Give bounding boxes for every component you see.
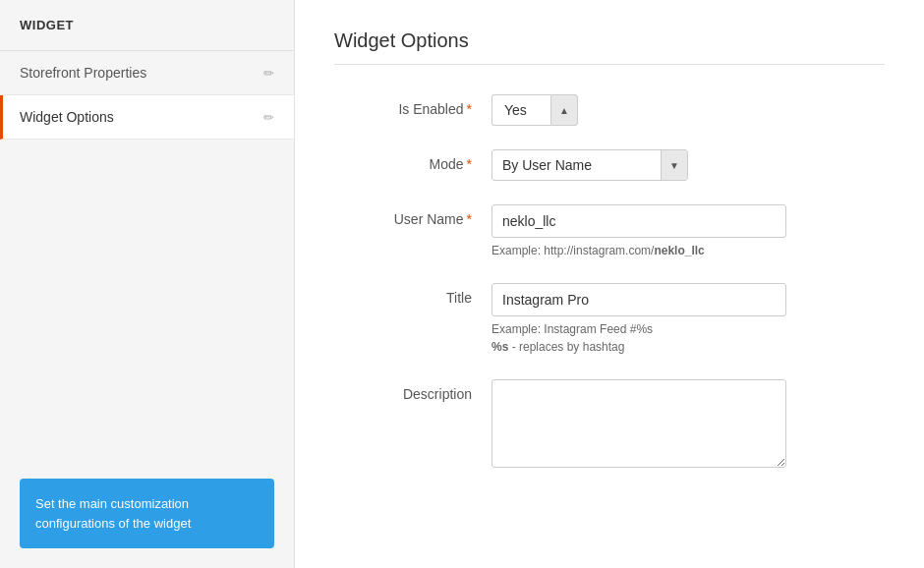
is-enabled-select-inline: Yes ▲ bbox=[491, 94, 885, 126]
sidebar-item-widget-options[interactable]: Widget Options ✏ bbox=[0, 95, 294, 140]
sidebar-item-label: Storefront Properties bbox=[20, 65, 146, 81]
description-label: Description bbox=[334, 379, 491, 402]
edit-icon[interactable]: ✏ bbox=[263, 66, 274, 81]
required-star: * bbox=[467, 156, 472, 172]
arrow-down-icon: ▼ bbox=[669, 160, 679, 171]
mode-select-wrapper: By User Name By Hashtag By Tag ▼ bbox=[491, 149, 688, 181]
is-enabled-row: Is Enabled* Yes ▲ bbox=[334, 94, 885, 126]
is-enabled-label: Is Enabled* bbox=[334, 94, 491, 117]
edit-icon[interactable]: ✏ bbox=[263, 110, 274, 125]
user-name-input[interactable] bbox=[491, 204, 786, 238]
sidebar-item-storefront-properties[interactable]: Storefront Properties ✏ bbox=[0, 51, 294, 95]
sidebar-info-box: Set the main customization configuration… bbox=[20, 479, 274, 548]
mode-dropdown-arrow[interactable]: ▼ bbox=[661, 150, 687, 180]
main-content: Widget Options Is Enabled* Yes ▲ Mode* B… bbox=[295, 0, 924, 568]
required-star: * bbox=[467, 211, 472, 227]
mode-label: Mode* bbox=[334, 149, 491, 172]
page-title: Widget Options bbox=[334, 29, 885, 52]
user-name-control: Example: http://instagram.com/neklo_llc bbox=[491, 204, 885, 259]
user-name-label: User Name* bbox=[334, 204, 491, 227]
sidebar-header: WIDGET bbox=[0, 0, 294, 51]
mode-row: Mode* By User Name By Hashtag By Tag ▼ bbox=[334, 149, 885, 181]
description-control bbox=[491, 379, 885, 468]
mode-control: By User Name By Hashtag By Tag ▼ bbox=[491, 149, 885, 181]
title-label: Title bbox=[334, 283, 491, 306]
title-control: Example: Instagram Feed #%s %s - replace… bbox=[491, 283, 885, 356]
arrow-up-icon: ▲ bbox=[559, 105, 569, 116]
description-textarea[interactable] bbox=[491, 379, 786, 468]
section-divider bbox=[334, 64, 885, 65]
title-input[interactable] bbox=[491, 283, 786, 316]
is-enabled-arrow-button[interactable]: ▲ bbox=[550, 94, 578, 126]
user-name-row: User Name* Example: http://instagram.com… bbox=[334, 204, 885, 259]
required-star: * bbox=[467, 101, 472, 117]
sidebar-item-label: Widget Options bbox=[20, 109, 114, 125]
user-name-help: Example: http://instagram.com/neklo_llc bbox=[491, 242, 885, 259]
is-enabled-control: Yes ▲ bbox=[491, 94, 885, 126]
title-row: Title Example: Instagram Feed #%s %s - r… bbox=[334, 283, 885, 356]
sidebar: WIDGET Storefront Properties ✏ Widget Op… bbox=[0, 0, 295, 568]
mode-select[interactable]: By User Name By Hashtag By Tag bbox=[492, 152, 661, 178]
description-row: Description bbox=[334, 379, 885, 468]
title-help: Example: Instagram Feed #%s %s - replace… bbox=[491, 320, 885, 356]
is-enabled-value: Yes bbox=[491, 94, 550, 126]
